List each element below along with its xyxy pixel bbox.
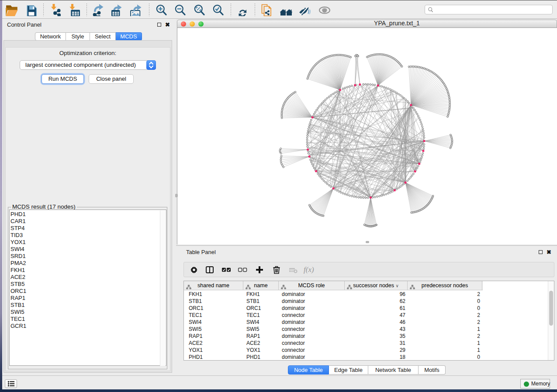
svg-text:f(x): f(x) (304, 265, 314, 274)
